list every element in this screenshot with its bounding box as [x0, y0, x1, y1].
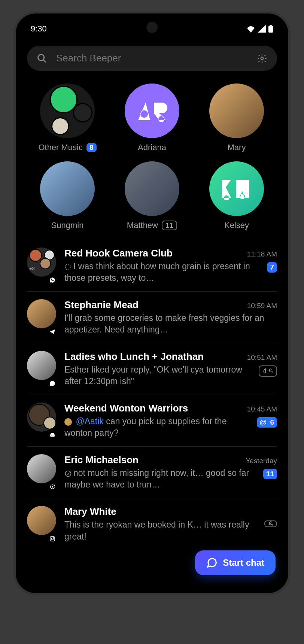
chat-time: 11:18 AM — [247, 250, 277, 258]
chat-row[interactable]: Stephanie Mead 10:59 AM I'll grab some g… — [27, 291, 277, 343]
avatar — [27, 351, 56, 380]
chat-title: Red Hook Camera Club — [64, 247, 173, 259]
favorite-other-music[interactable]: Other Music 8 — [27, 83, 108, 152]
chat-bubble-icon — [206, 557, 218, 568]
unread-badge: 8 — [86, 143, 97, 152]
avatar — [40, 83, 95, 138]
unread-badge: 7 — [267, 262, 277, 273]
unread-badge: 11 — [162, 221, 177, 230]
mention-badge: @ 6 — [257, 417, 277, 428]
chat-title: Stephanie Mead — [64, 299, 139, 311]
svg-point-7 — [66, 471, 71, 477]
muted-badge — [264, 520, 277, 527]
wifi-icon — [246, 25, 255, 33]
check-circle-icon — [64, 470, 72, 477]
signal-icon — [258, 25, 266, 33]
avatar — [27, 299, 56, 328]
chat-title: Ladies who Lunch + Jonathan — [64, 351, 204, 362]
status-icons — [246, 25, 273, 33]
status-time: 9:30 — [31, 24, 47, 34]
chat-row[interactable]: +8 Red Hook Camera Club 11:18 AM I was t… — [27, 240, 277, 291]
favorite-kelsey[interactable]: Kelsey — [196, 161, 277, 230]
svg-point-2 — [38, 54, 44, 60]
chat-preview: I was think about how much grain is pres… — [64, 261, 250, 283]
svg-line-3 — [43, 60, 46, 62]
chat-row[interactable]: Weekend Wonton Warriors 10:45 AM @Aatik … — [27, 395, 277, 446]
start-chat-button[interactable]: Start chat — [195, 550, 276, 575]
svg-point-9 — [51, 538, 53, 540]
chat-preview: Esther liked your reply, "OK we'll cya t… — [64, 365, 242, 386]
svg-rect-0 — [268, 26, 273, 33]
favorite-label: Matthew — [127, 221, 158, 230]
chat-title: Eric Michaelson — [64, 454, 139, 466]
avatar — [27, 402, 56, 432]
avatar — [125, 83, 179, 138]
svg-point-10 — [54, 537, 54, 537]
chat-time: 10:45 AM — [247, 405, 277, 413]
avatar — [40, 161, 95, 216]
chat-time: 10:59 AM — [247, 302, 277, 310]
telegram-icon — [47, 326, 58, 337]
favorite-mary[interactable]: Mary — [196, 83, 277, 152]
instagram-icon — [47, 534, 58, 544]
svg-point-6 — [52, 486, 53, 487]
whatsapp-icon — [47, 275, 58, 285]
chat-preview: I'll grab some groceries to make fresh v… — [64, 313, 264, 334]
avatar — [27, 506, 56, 535]
chat-time: 10:51 AM — [247, 353, 277, 362]
unread-badge: 11 — [263, 469, 277, 479]
avatar — [209, 161, 264, 216]
favorite-label: Adriana — [138, 143, 166, 152]
avatar-overflow-count: +8 — [29, 266, 35, 271]
favorite-label: Mary — [228, 143, 246, 152]
chat-time: Yesterday — [246, 457, 277, 465]
mention: @Aatik — [76, 416, 103, 426]
sender-avatar-icon — [64, 418, 72, 426]
discord-icon — [47, 430, 58, 440]
favorite-label: Other Music — [38, 143, 83, 152]
battery-icon — [268, 25, 273, 33]
svg-rect-1 — [270, 25, 272, 26]
phone-frame: 9:30 — [13, 11, 291, 595]
dashed-circle-icon — [64, 263, 72, 271]
favorite-adriana[interactable]: Adriana — [112, 83, 192, 152]
favorite-sungmin[interactable]: Sungmin — [27, 161, 108, 230]
gear-icon[interactable] — [257, 53, 267, 64]
chat-row[interactable]: Ladies who Lunch + Jonathan 10:51 AM Est… — [27, 343, 277, 395]
avatar — [125, 161, 179, 216]
fab-label: Start chat — [223, 558, 264, 568]
svg-point-4 — [261, 57, 264, 60]
search-input[interactable] — [56, 52, 248, 64]
chat-preview: not much is missing right now, it… good … — [64, 468, 249, 489]
favorite-label: Kelsey — [224, 221, 249, 230]
search-bar[interactable] — [27, 46, 277, 71]
chat-row[interactable]: Eric Michaelson Yesterday not much is mi… — [27, 446, 277, 498]
camera-notch — [146, 22, 158, 33]
chat-preview: This is the ryokan we booked in K… it wa… — [64, 520, 249, 541]
chat-row[interactable]: Mary White This is the ryokan we booked … — [27, 498, 277, 550]
avatar: +8 — [27, 247, 56, 277]
avatar — [209, 83, 264, 138]
favorites-grid: Other Music 8 Adriana Mary Sungmin Matth… — [16, 80, 288, 240]
avatar — [27, 454, 56, 483]
search-icon — [37, 53, 47, 64]
muted-badge: 4 — [259, 365, 277, 377]
favorite-matthew[interactable]: Matthew 11 — [112, 161, 192, 230]
beeper-icon — [47, 482, 58, 492]
whatsapp-icon — [47, 378, 58, 389]
favorite-label: Sungmin — [51, 221, 84, 230]
chat-title: Mary White — [64, 506, 116, 517]
chat-list: +8 Red Hook Camera Club 11:18 AM I was t… — [16, 240, 288, 550]
chat-title: Weekend Wonton Warriors — [64, 402, 188, 414]
svg-point-5 — [66, 264, 71, 270]
